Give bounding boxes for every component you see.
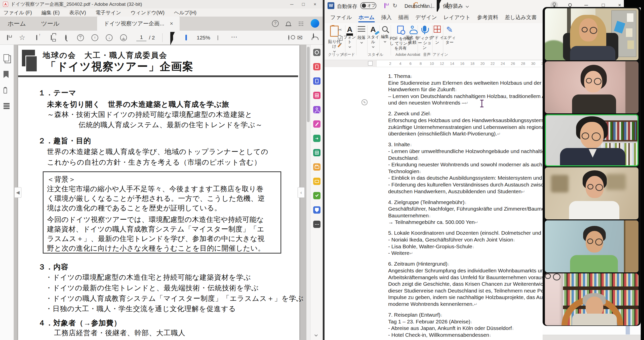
tables-icon[interactable] (313, 149, 320, 156)
word-tab-レイアウト[interactable]: レイアウト (440, 12, 474, 23)
star-favorite-icon[interactable]: ☆ (19, 34, 25, 41)
previous-page-float-button[interactable]: ◀ (14, 187, 21, 198)
document-line: - Weitere↵ (388, 250, 560, 257)
more-tools-icon[interactable] (313, 221, 320, 228)
more-options-icon[interactable]: ⋯ (231, 33, 237, 41)
help-icon[interactable]: ? (272, 20, 279, 27)
panel-collapse-handle[interactable]: ‹ (298, 187, 305, 198)
document-line: Deutschland↓ (388, 155, 560, 162)
acrobat-tab-home[interactable]: ホーム (0, 17, 33, 31)
redo-icon[interactable]: ↻ (393, 3, 397, 9)
page-thumbnails-icon[interactable] (4, 54, 9, 61)
clipboard-group-expander[interactable] (341, 53, 343, 55)
word-tab-ファイル[interactable]: ファイル (327, 12, 355, 23)
apps-grid-icon[interactable] (298, 21, 303, 26)
attachments-icon[interactable] (4, 87, 7, 93)
fill-sign-icon[interactable] (313, 120, 320, 128)
quick-save-icon[interactable] (384, 4, 385, 8)
request-esign-icon[interactable] (313, 106, 320, 113)
video-feed-participant-2[interactable] (545, 61, 638, 113)
word-status-bar (543, 335, 644, 340)
word-search-icon[interactable] (447, 3, 448, 8)
share-link-icon[interactable] (288, 35, 289, 40)
word-vertical-scrollbar[interactable] (626, 326, 630, 334)
document-blank-line (388, 226, 560, 230)
ruler-h-number: 2 (389, 61, 391, 66)
word-tab-挿入[interactable]: 挿入 (378, 12, 395, 23)
acrobat-maximize-button[interactable]: □ (298, 0, 309, 9)
previous-page-icon[interactable]: ↑ (92, 34, 98, 41)
autosave-toggle[interactable]: オフ (360, 2, 376, 9)
video-feed-participant-6[interactable] (545, 273, 638, 325)
feed-glasses (582, 132, 589, 139)
word-tab-描画[interactable]: 描画 (395, 12, 412, 23)
pdf-scrollbar[interactable] (306, 45, 310, 340)
comments-icon[interactable] (313, 178, 320, 185)
tab-selector[interactable] (368, 61, 373, 66)
print-icon[interactable] (51, 35, 52, 40)
export-pdf-icon[interactable] (313, 63, 320, 70)
menu-item[interactable]: ヘルプ(H) (174, 9, 196, 16)
page-total-label: / 2 (149, 35, 155, 41)
zoom-dropdown-chevron-icon[interactable] (218, 35, 218, 40)
autosave-label: 自動保存 (337, 3, 357, 10)
pdf-background-box: ＜背景＞注文住宅市場の縮小や人手不足等々、今後ますます工務店を取り巻く環境が厳し… (43, 171, 281, 254)
page-number-input[interactable]: 1 (136, 34, 146, 41)
search-icon[interactable] (65, 35, 67, 40)
zoom-tools-icon[interactable] (313, 49, 320, 56)
format-painter-icon[interactable] (339, 44, 340, 48)
video-feed-participant-1[interactable] (545, 8, 638, 60)
editor-button[interactable]: ✎ エディ ター (442, 26, 457, 45)
hand-tool-icon[interactable] (185, 35, 187, 40)
save-icon[interactable] (7, 35, 8, 40)
acrobat-minimize-button[interactable]: ─ (286, 0, 298, 9)
video-call-strip (543, 7, 641, 326)
feed-torso (572, 94, 616, 113)
margin-comment-icon[interactable]: ✎ (361, 99, 368, 105)
bookmarks-icon[interactable] (4, 71, 9, 78)
protect-icon[interactable] (313, 206, 320, 214)
pdf-text-line: ・ドイツの最新の住宅トレンドと、最先端技術・伝統技術を学ぶ (45, 283, 259, 293)
word-tab-ホーム[interactable]: ホーム (355, 12, 378, 23)
combine-files-icon[interactable] (313, 77, 320, 85)
last-page-icon[interactable]: ↓ (120, 34, 127, 41)
title-dropdown-chevron-icon[interactable] (466, 5, 469, 8)
word-tab-差し込み文書[interactable]: 差し込み文書 (501, 12, 540, 23)
next-page-icon[interactable]: ↓ (106, 34, 113, 41)
convert-icon[interactable]: ➔ (313, 135, 320, 142)
layers-icon[interactable] (4, 103, 10, 105)
combine-folder-icon[interactable] (313, 163, 320, 171)
acrobat-document-tab[interactable]: ドイツ視察ツアー企画... × (97, 17, 180, 31)
video-feed-participant-3[interactable] (545, 114, 638, 166)
style-group-expander[interactable] (376, 53, 378, 55)
menu-item[interactable]: ウィンドウ(W) (131, 9, 165, 16)
account-avatar[interactable] (311, 19, 319, 28)
doc-tab-close-icon[interactable]: × (170, 20, 173, 27)
document-line: - Hotel Check-in, Willkommensabendessen↓ (388, 332, 560, 338)
cut-scissors-icon[interactable]: ✂ (338, 27, 342, 33)
stamp-icon[interactable] (313, 192, 320, 199)
notifications-bell-icon[interactable] (286, 22, 291, 25)
organize-pages-icon[interactable] (313, 92, 320, 99)
email-icon[interactable]: ✉ (297, 34, 303, 41)
video-feed-participant-4[interactable] (545, 167, 638, 219)
share-person-icon[interactable] (313, 35, 314, 40)
word-tab-参考資料[interactable]: 参考資料 (474, 12, 501, 23)
select-pointer-icon[interactable] (170, 35, 175, 40)
acrobat-tab-tools[interactable]: ツール (33, 17, 67, 31)
menu-item[interactable]: 編集 (E) (42, 9, 60, 16)
menu-item[interactable]: 電子サイン (96, 9, 121, 16)
pdf-viewport[interactable]: 地球の会 大工・職人育成委員会 「ドイツ視察ツアー」企画案 １．テーマ未来を切り… (14, 45, 310, 340)
zoom-level-select[interactable]: 125% (197, 35, 210, 41)
word-tab-デザイン[interactable]: デザイン (412, 12, 440, 23)
ruler-h-number: 30 (531, 61, 535, 66)
video-feed-participant-5[interactable] (545, 220, 638, 272)
copy-icon[interactable] (338, 35, 341, 40)
acrobat-close-button[interactable]: × (309, 0, 321, 9)
cloud-upload-icon[interactable] (36, 35, 37, 40)
menu-item[interactable]: 表示(V) (69, 9, 86, 16)
first-page-icon[interactable]: ↑ (77, 34, 84, 41)
desktop-edge (641, 0, 644, 340)
menu-item[interactable]: ファイル (F) (4, 9, 32, 16)
panel-scroll-down-icon[interactable] (314, 333, 318, 336)
